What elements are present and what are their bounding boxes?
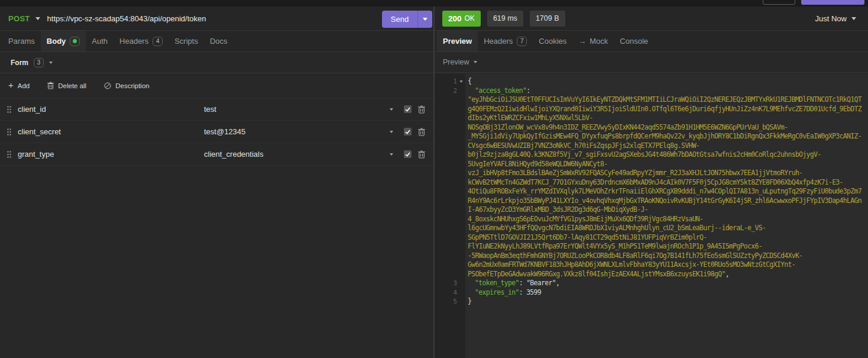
method-dropdown-icon[interactable] <box>35 17 40 20</box>
param-value-field[interactable]: client_credentials <box>204 150 263 159</box>
description-button[interactable]: Description <box>104 82 150 89</box>
code-line: PSObefETpDeGAdwvakW96RGxg.VXkz8lf04IshjE… <box>435 270 868 279</box>
code-line: 2"access_token": <box>435 86 868 96</box>
drag-handle-icon[interactable] <box>7 128 11 136</box>
line-number: 4 <box>435 288 457 298</box>
preview-mode-selector[interactable]: Preview <box>435 52 868 73</box>
param-options-dropdown-icon[interactable] <box>390 108 393 111</box>
form-row: client_secrettest@12345 <box>0 121 433 143</box>
code-line: 4"expires_in": 3599 <box>435 288 868 298</box>
method-label[interactable]: POST <box>8 14 30 23</box>
code-text: b0jlz9zjza8gGL40Q.k3KNZ8f5Vj_v7_sgiFxsvU… <box>468 150 821 160</box>
request-tab-scripts[interactable]: Scripts <box>169 31 204 51</box>
param-enabled-checkbox[interactable] <box>404 128 412 136</box>
response-tab-console[interactable]: Console <box>614 31 654 51</box>
response-tab-headers[interactable]: Headers7 <box>478 31 533 51</box>
history-dropdown[interactable]: Just Now <box>815 14 856 23</box>
code-line: vzJ_ibHVp8tFmo3LBdslBAeZjSmWxRV92FQASCyF… <box>435 169 868 178</box>
request-tab-headers[interactable]: Headers4 <box>114 31 169 51</box>
tab-label: Headers <box>484 37 513 46</box>
tab-count-badge: 4 <box>153 37 163 46</box>
request-tab-params[interactable]: Params <box>2 31 41 51</box>
code-line: kCWvB2tWMcTn4GZWdT7KCJ_77O1GYxuDny63Drdn… <box>435 178 868 188</box>
delete-all-button[interactable]: Delete all <box>47 82 86 89</box>
tab-label: Docs <box>210 37 228 46</box>
code-text: l6gcUGmnwbYy43HFfQQvgcN7bdiEIA8WRDJbX1vi… <box>468 224 766 233</box>
body-type-label: Form <box>11 59 28 67</box>
line-number: 3 <box>435 279 457 288</box>
code-text: Gw6n2mUx0amFRTWd7KNBVF183hJHp8AhD6jXWNLX… <box>468 260 795 270</box>
code-text: g4Q0FEMzQ2IiwidHlwIjoiYXQrand0IiwiY3R5Ij… <box>468 105 861 114</box>
param-key-field[interactable]: client_secret <box>18 127 61 136</box>
code-text: 4_8oxskcNHUhxgS6pEOvuJcMYfVG1pysJ8mEijMu… <box>468 215 703 224</box>
code-line: _MYSGji1dViy7UpkQyIfGzisMEw4FQ_DYyxfuqPs… <box>435 132 868 141</box>
send-button-label[interactable]: Send <box>382 11 417 28</box>
form-toolbar: + Add Delete all <box>0 73 433 98</box>
param-key-field[interactable]: grant_type <box>18 150 54 159</box>
send-button[interactable]: Send <box>382 11 432 28</box>
check-icon <box>405 152 410 157</box>
code-text: I-A67xbyyZcD3YmGRlxMBD_3dsJR2Dg3d6qG-MbD… <box>468 205 648 215</box>
drag-handle-icon[interactable] <box>7 106 11 113</box>
url-bar: POST https://vpc-sz-scadap54:8043/api/op… <box>0 7 433 31</box>
param-delete-icon[interactable] <box>418 128 425 136</box>
description-icon <box>104 82 111 89</box>
tab-label: Scripts <box>174 37 198 46</box>
code-line: R4nY9Ac6rLrkpjo35bBWyPJ41LXYIo_v4ovhqVhx… <box>435 196 868 206</box>
response-status-bar: 200OK 619 ms 1709 B Just Now <box>435 7 868 31</box>
form-rows: client_idtestclient_secrettest@12345gran… <box>0 98 433 166</box>
cutoff-primary-button[interactable] <box>801 0 864 5</box>
request-tab-docs[interactable]: Docs <box>204 31 234 51</box>
code-text: SGpPN5TtlD7GOVJI21J5Qrt6Db7-lAqy81CT29qd… <box>468 233 707 243</box>
param-enabled-checkbox[interactable] <box>404 150 412 158</box>
add-button[interactable]: + Add <box>8 82 30 89</box>
response-body-viewer[interactable]: 1{2"access_token":"eyJhbGciOiJSU0EtT0FFU… <box>435 74 868 358</box>
tab-label: Mock <box>590 37 608 46</box>
code-text: "token_type": "Bearer", <box>475 279 559 288</box>
form-row: grant_typeclient_credentials <box>0 143 433 166</box>
param-enabled-checkbox[interactable] <box>404 105 412 113</box>
code-line: 5UvgIeYVAFL8NiHQyd9d58eWQLDW6NyANCyt8- <box>435 160 868 169</box>
body-active-dot-badge <box>70 37 80 46</box>
code-line: FlYIuNE2kNyyLhJ89LVtfRpa97ErYQWlt4VYx5yS… <box>435 242 868 251</box>
app-window: POST https://vpc-sz-scadap54:8043/api/op… <box>0 0 868 358</box>
param-options-dropdown-icon[interactable] <box>390 153 393 156</box>
param-value-field[interactable]: test@12345 <box>204 127 245 136</box>
code-line: 5} <box>435 297 868 307</box>
param-key-field[interactable]: client_id <box>18 105 46 114</box>
body-type-selector[interactable]: Form 3 <box>0 52 433 73</box>
send-dropdown-icon[interactable] <box>418 11 432 28</box>
fold-caret-icon[interactable] <box>459 80 463 83</box>
code-line: -5RWaopAnBm3eqthFmhGNYBj7ORUZLooPkCOR8db… <box>435 251 868 261</box>
param-options-dropdown-icon[interactable] <box>390 131 393 133</box>
param-delete-icon[interactable] <box>418 150 425 159</box>
preview-mode-dropdown-icon <box>474 61 477 63</box>
url-input[interactable]: https://vpc-sz-scadap54:8043/api/openid/… <box>47 14 206 23</box>
drag-handle-icon[interactable] <box>7 151 11 158</box>
request-pane: POST https://vpc-sz-scadap54:8043/api/op… <box>0 7 433 358</box>
green-dot-icon <box>73 39 77 43</box>
request-tab-auth[interactable]: Auth <box>86 31 114 51</box>
code-text: _MYSGji1dViy7UpkQyIfGzisMEw4FQ_DYyxfuqPs… <box>468 132 861 141</box>
code-text: CVsgc6wBESUVwUZIBj7VNZ3oNkVC_h70iFsZqspJ… <box>468 141 699 151</box>
response-tab-mock[interactable]: →Mock <box>572 31 614 51</box>
request-tab-body[interactable]: Body <box>41 31 86 51</box>
code-text: } <box>468 297 471 307</box>
code-line: NOSgOBj31ZlonOW_wcVx8v9h4n3IDZ_REEZVwy5y… <box>435 123 868 133</box>
response-tab-preview[interactable]: Preview <box>437 31 478 51</box>
code-line: g4Q0FEMzQ2IiwidHlwIjoiYXQrand0IiwiY3R5Ij… <box>435 105 868 114</box>
body-type-dropdown-icon[interactable] <box>49 62 53 64</box>
check-icon <box>405 130 410 134</box>
param-delete-icon[interactable] <box>418 105 425 114</box>
top-strip <box>0 0 868 7</box>
tab-label: Console <box>620 37 648 46</box>
code-text: NOSgOBj31ZlonOW_wcVx8v9h4n3IDZ_REEZVwy5y… <box>468 123 788 133</box>
response-tab-cookies[interactable]: Cookies <box>533 31 572 51</box>
cutoff-outline-button[interactable] <box>763 0 795 5</box>
code-line: CVsgc6wBESUVwUZIBj7VNZ3oNkVC_h70iFsZqspJ… <box>435 141 868 151</box>
code-text: R4nY9Ac6rLrkpjo35bBWyPJ41LXYIo_v4ovhqVhx… <box>468 196 861 206</box>
code-line: "eyJhbGciOiJSU0EtT0FFUCIsImVuYyI6IkEyNTZ… <box>435 95 868 105</box>
code-line: b0jlz9zjza8gGL40Q.k3KNZ8f5Vj_v7_sgiFxsvU… <box>435 150 868 160</box>
code-text: dIbs2yKtlEWRZCFxiw1MhLyX5NXwl5LbV- <box>468 114 593 123</box>
param-value-field[interactable]: test <box>204 105 216 114</box>
